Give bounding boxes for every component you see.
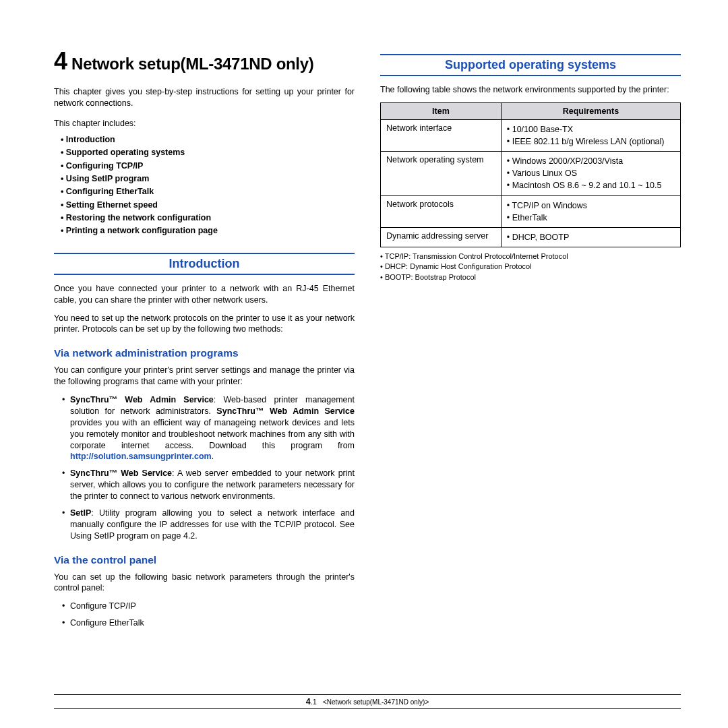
table-row: Network operating system Windows 2000/XP… xyxy=(381,152,681,195)
chapter-title: 4 Network setup(ML-3471ND only) xyxy=(54,47,355,75)
chapter-intro: This chapter gives you step-by-step inst… xyxy=(54,86,355,109)
toc-item[interactable]: Supported operating systems xyxy=(61,146,355,159)
subheading-control-panel: Via the control panel xyxy=(54,554,355,566)
page-footer: 4.1 <Network setup(ML-3471ND only)> xyxy=(54,694,681,709)
table-cell-requirements: DHCP, BOOTP xyxy=(501,227,680,247)
program-name: SetIP xyxy=(70,508,91,518)
table-row: Dynamic addressing server DHCP, BOOTP xyxy=(381,227,681,247)
list-item: SetIP: Utility program allowing you to s… xyxy=(62,508,355,542)
toc-item[interactable]: Configuring EtherTalk xyxy=(61,185,355,198)
toc-item[interactable]: Introduction xyxy=(61,133,355,146)
table-header-requirements: Requirements xyxy=(501,102,680,119)
table-cell-item: Dynamic addressing server xyxy=(381,227,502,247)
table-cell-item: Network protocols xyxy=(381,195,502,227)
table-row: Network protocols TCP/IP on Windows Ethe… xyxy=(381,195,681,227)
footnote: BOOTP: Bootstrap Protocol xyxy=(380,272,681,282)
chapter-includes-label: This chapter includes: xyxy=(54,119,355,128)
table-cell-requirements: Windows 2000/XP/2003/Vista Various Linux… xyxy=(501,152,680,195)
chapter-name: Network setup(ML-3471ND only) xyxy=(67,55,314,73)
table-footnotes: TCP/IP: Transmission Control Protocol/In… xyxy=(380,251,681,282)
section-heading-supported-os: Supported operating systems xyxy=(380,54,681,76)
toc-item[interactable]: Restoring the network configuration xyxy=(61,212,355,224)
section-heading-introduction: Introduction xyxy=(54,253,355,275)
left-column: 4 Network setup(ML-3471ND only) This cha… xyxy=(54,47,355,634)
chapter-toc: Introduction Supported operating systems… xyxy=(54,133,355,238)
toc-item[interactable]: Using SetIP program xyxy=(61,173,355,185)
ctrl-lead: You can set up the following basic netwo… xyxy=(54,572,355,595)
footer-title: <Network setup(ML-3471ND only)> xyxy=(323,698,429,706)
table-header-item: Item xyxy=(381,102,502,119)
table-cell-requirements: 10/100 Base-TX IEEE 802.11 b/g Wireless … xyxy=(501,119,680,151)
program-name: SyncThru™ Web Service xyxy=(70,468,172,478)
footnote: TCP/IP: Transmission Control Protocol/In… xyxy=(380,251,681,262)
list-item: SyncThru™ Web Admin Service: Web-based p… xyxy=(62,394,355,462)
chapter-number: 4 xyxy=(54,47,67,75)
table-cell-item: Network operating system xyxy=(381,152,502,195)
toc-item[interactable]: Printing a network configuration page xyxy=(61,224,355,237)
list-item: Configure EtherTalk xyxy=(62,617,355,629)
list-item: SyncThru™ Web Service: A web server embe… xyxy=(62,468,355,502)
intro-p1: Once you have connected your printer to … xyxy=(54,283,355,306)
table-cell-requirements: TCP/IP on Windows EtherTalk xyxy=(501,195,680,227)
requirements-table: Item Requirements Network interface 10/1… xyxy=(380,102,681,247)
download-link[interactable]: http://solution.samsungprinter.com xyxy=(70,452,212,461)
admin-program-list: SyncThru™ Web Admin Service: Web-based p… xyxy=(54,394,355,542)
footnote: DHCP: Dynamic Host Configuration Protoco… xyxy=(380,262,681,272)
table-cell-item: Network interface xyxy=(381,119,502,151)
table-row: Network interface 10/100 Base-TX IEEE 80… xyxy=(381,119,681,151)
os-lead: The following table shows the network en… xyxy=(380,84,681,96)
toc-item[interactable]: Setting Ethernet speed xyxy=(61,199,355,212)
subheading-admin-programs: Via network administration programs xyxy=(54,347,355,359)
program-name: SyncThru™ Web Admin Service xyxy=(70,395,214,404)
ctrl-list: Configure TCP/IP Configure EtherTalk xyxy=(54,601,355,629)
list-item: Configure TCP/IP xyxy=(62,601,355,612)
intro-p2: You need to set up the network protocols… xyxy=(54,313,355,336)
admin-lead: You can configure your printer's print s… xyxy=(54,365,355,388)
right-column: Supported operating systems The followin… xyxy=(380,47,681,634)
toc-item[interactable]: Configuring TCP/IP xyxy=(61,160,355,173)
